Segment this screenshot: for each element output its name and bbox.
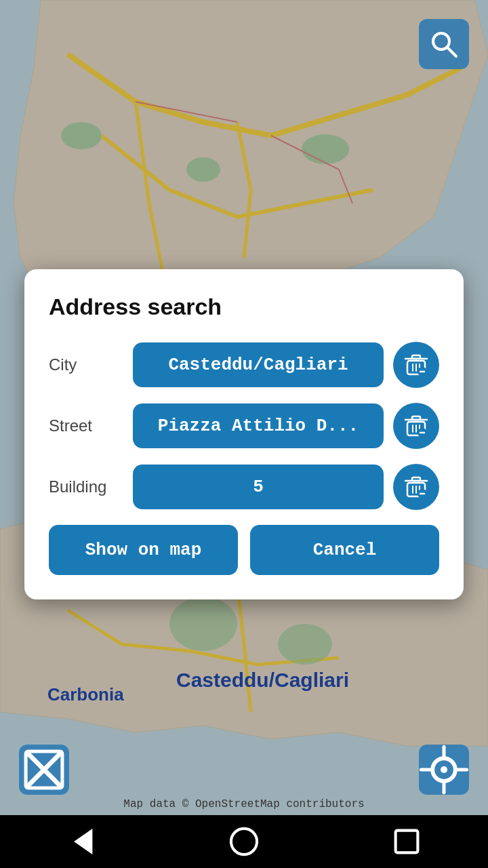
city-label: City (49, 355, 123, 374)
building-label: Building (49, 477, 123, 496)
street-label: Street (49, 416, 123, 435)
street-row: Street (49, 403, 439, 449)
home-button[interactable] (224, 821, 264, 862)
city-row: City (49, 342, 439, 388)
svg-point-42 (231, 829, 257, 854)
recents-button[interactable] (386, 821, 427, 862)
svg-marker-41 (74, 829, 92, 854)
building-row: Building (49, 464, 439, 510)
address-search-dialog: Address search City Street (24, 269, 464, 599)
show-on-map-button[interactable]: Show on map (49, 525, 238, 575)
system-nav-bar (0, 815, 488, 868)
cancel-button[interactable]: Cancel (250, 525, 439, 575)
city-input[interactable] (133, 342, 384, 387)
svg-rect-19 (412, 355, 420, 359)
svg-rect-35 (412, 477, 420, 481)
back-button[interactable] (61, 821, 102, 862)
modal-overlay: Address search City Street (0, 0, 488, 868)
building-input[interactable] (133, 465, 384, 509)
svg-rect-27 (412, 416, 420, 420)
dialog-title: Address search (49, 294, 439, 320)
delete-street-button[interactable] (393, 403, 439, 449)
delete-building-button[interactable] (393, 464, 439, 510)
street-input[interactable] (133, 403, 384, 448)
action-buttons: Show on map Cancel (49, 525, 439, 575)
delete-city-button[interactable] (393, 342, 439, 388)
svg-rect-43 (396, 831, 418, 853)
